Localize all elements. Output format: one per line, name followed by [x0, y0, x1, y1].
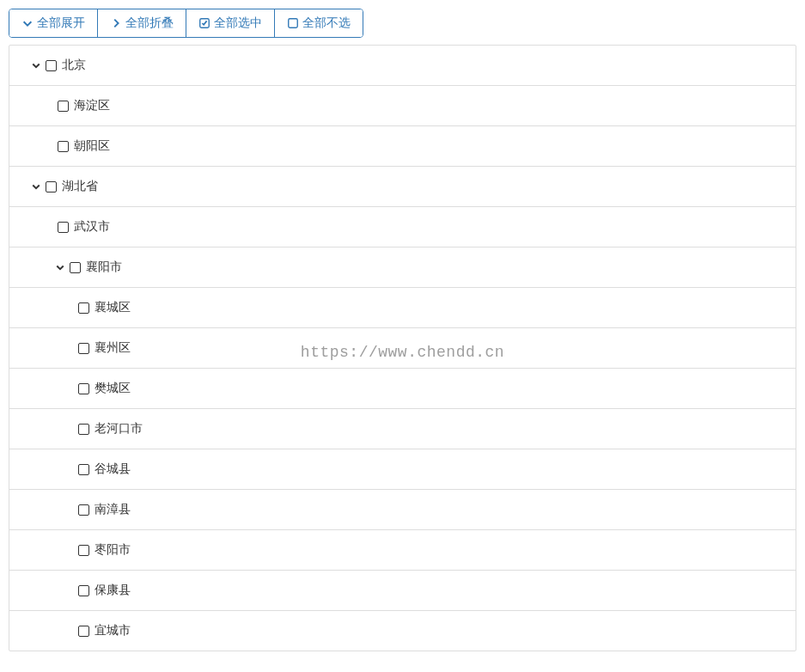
checkbox-icon[interactable]	[78, 504, 89, 516]
checkbox-icon[interactable]	[58, 141, 69, 152]
checkbox-icon[interactable]	[58, 222, 69, 233]
tree-node-label: 武汉市	[74, 219, 110, 235]
tree-node-label: 谷城县	[95, 461, 131, 477]
tree-node[interactable]: 北京	[9, 46, 796, 86]
checkbox-icon[interactable]	[70, 262, 81, 273]
tree-node-label: 老河口市	[95, 421, 143, 437]
tree-node[interactable]: 宜城市	[9, 611, 796, 651]
checkbox-icon[interactable]	[58, 101, 69, 112]
tree-node[interactable]: 湖北省	[9, 167, 796, 207]
checkbox-icon[interactable]	[78, 383, 89, 394]
chevron-down-icon	[21, 17, 34, 29]
tree-node-label: 樊城区	[95, 381, 131, 396]
tree-node-label: 宜城市	[95, 623, 131, 638]
expand-all-button[interactable]: 全部展开	[9, 9, 98, 37]
checkbox-icon[interactable]	[78, 424, 89, 435]
tree-node[interactable]: 老河口市	[9, 409, 796, 449]
checkbox-icon[interactable]	[78, 626, 89, 637]
svg-rect-1	[289, 19, 298, 28]
toolbar-label: 全部展开	[37, 15, 85, 31]
chevron-down-icon[interactable]	[30, 180, 42, 192]
tree-node[interactable]: 谷城县	[9, 449, 796, 490]
toolbar-label: 全部选中	[214, 15, 262, 31]
chevron-down-icon[interactable]	[54, 261, 66, 273]
tree-node[interactable]: 枣阳市	[9, 530, 796, 571]
chevron-down-icon[interactable]	[30, 59, 42, 71]
toolbar-label: 全部不选	[302, 15, 351, 31]
tree-node-label: 朝阳区	[74, 138, 110, 154]
checkbox-icon[interactable]	[78, 585, 89, 596]
toolbar: 全部展开 全部折叠 全部选中 全部不选	[9, 9, 363, 38]
tree-node[interactable]: 樊城区	[9, 369, 796, 409]
tree-node[interactable]: 朝阳区	[9, 126, 796, 167]
chevron-right-icon	[110, 17, 122, 29]
tree-node-label: 南漳县	[95, 502, 131, 517]
deselect-all-button[interactable]: 全部不选	[275, 9, 363, 37]
tree-node[interactable]: 南漳县	[9, 490, 796, 530]
checkbox-icon[interactable]	[78, 343, 89, 354]
tree-node[interactable]: 襄州区	[9, 328, 796, 369]
tree-node[interactable]: 海淀区	[9, 86, 796, 126]
tree-node-label: 襄州区	[95, 340, 131, 356]
checkbox-icon[interactable]	[46, 60, 57, 71]
toolbar-label: 全部折叠	[125, 15, 174, 31]
checkbox-checked-icon	[198, 17, 210, 29]
tree-node-label: 襄阳市	[86, 260, 122, 275]
tree-node-label: 枣阳市	[95, 542, 131, 558]
checkbox-icon[interactable]	[78, 464, 89, 475]
collapse-all-button[interactable]: 全部折叠	[98, 9, 186, 37]
checkbox-empty-icon	[287, 17, 299, 29]
checkbox-icon[interactable]	[78, 545, 89, 556]
tree-node-label: 海淀区	[74, 98, 110, 113]
tree-node[interactable]: 襄阳市	[9, 247, 796, 288]
tree-node[interactable]: 保康县	[9, 571, 796, 611]
tree-node[interactable]: 襄城区	[9, 288, 796, 328]
checkbox-icon[interactable]	[46, 181, 57, 192]
tree-node-label: 湖北省	[62, 179, 98, 194]
tree-node-label: 北京	[62, 58, 86, 73]
tree-node-label: 襄城区	[95, 300, 131, 315]
tree-node[interactable]: 武汉市	[9, 207, 796, 247]
select-all-button[interactable]: 全部选中	[186, 9, 275, 37]
region-tree: 北京海淀区朝阳区湖北省武汉市襄阳市襄城区襄州区樊城区老河口市谷城县南漳县枣阳市保…	[9, 45, 796, 651]
tree-node-label: 保康县	[95, 583, 131, 598]
checkbox-icon[interactable]	[78, 302, 89, 314]
